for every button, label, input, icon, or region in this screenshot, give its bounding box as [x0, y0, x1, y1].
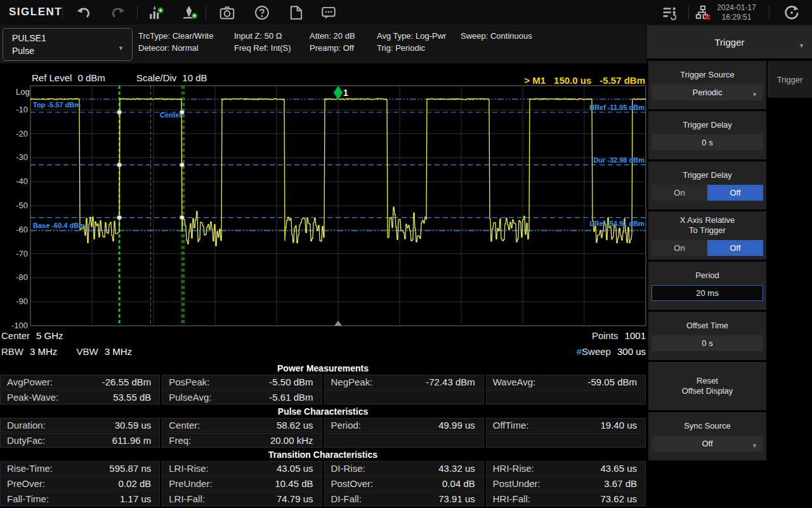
status-param-sweep: Sweep: Continuous: [461, 30, 532, 42]
side-tab-trigger[interactable]: Trigger: [768, 61, 812, 98]
status-bar: PULSE1 Pulse TrcType: Clear/WriteDetecor…: [0, 25, 647, 64]
x-axis-relative-label: X Axis RelativeTo Trigger: [680, 215, 735, 236]
refline-label-top: Top -5.57 dBm: [33, 101, 81, 109]
vbw-control[interactable]: VBW3 MHz: [77, 346, 133, 357]
file-icon[interactable]: [287, 4, 305, 22]
ref-level-label: Ref Level: [32, 72, 72, 83]
table-cell: Peak-Wave:53.55 dB: [0, 390, 160, 404]
offset-time-label: Offset Time: [686, 321, 728, 331]
table-row: AvgPower:-26.55 dBmPosPeak:-5.50 dBmNegP…: [0, 375, 646, 389]
ref-level-control[interactable]: Ref Level0 dBm: [32, 72, 105, 83]
marker-m1-diamond[interactable]: [334, 86, 343, 100]
center-annotation: Center: [160, 111, 182, 119]
period-label: Period: [695, 271, 719, 281]
marker-m1-id: 1: [343, 88, 348, 98]
refline-label-lref: LRef -54.91 dBm: [590, 220, 645, 227]
chevron-down-icon: [752, 89, 757, 98]
sync-source-label: Sync Source: [684, 421, 731, 431]
table-row: Duration:30.59 usCenter:58.62 usPeriod:4…: [0, 418, 646, 432]
add-trace-icon[interactable]: [147, 4, 165, 22]
panel-section-reset-offset-display[interactable]: ResetOffset Display: [648, 362, 766, 410]
help-icon[interactable]: [253, 4, 271, 22]
table-cell: LRI-Fall:74.79 us: [162, 491, 322, 506]
message-icon[interactable]: [320, 4, 337, 22]
table-cell: Duration:30.59 us: [0, 418, 160, 432]
lan-error-icon[interactable]: [694, 4, 712, 22]
y-tick: -20: [0, 129, 28, 138]
measurement-tables: Power MeasurementsAvgPower:-26.55 dBmPos…: [0, 362, 646, 507]
table-row: Rise-Time:595.87 nsLRI-Rise:43.05 usDI-R…: [0, 461, 646, 476]
offset-time-value[interactable]: 0 s: [652, 335, 763, 351]
chevron-down-icon: [752, 440, 757, 450]
trigger-delay-switch-label: Trigger Delay: [683, 170, 732, 180]
table-cell: OffTime:19.40 us: [486, 418, 646, 432]
marker-x-pointer: [334, 321, 342, 326]
undo-icon[interactable]: [75, 4, 93, 22]
table-cell: HRI-Fall:73.62 us: [486, 491, 646, 506]
y-tick: -30: [0, 152, 28, 162]
table-cell: PreUnder:10.45 dB: [162, 476, 322, 491]
scale-div-control[interactable]: Scale/Div10 dB: [136, 72, 207, 83]
sync-source-dropdown[interactable]: Off: [652, 436, 763, 451]
preset-icon[interactable]: [783, 4, 801, 22]
trigger-delay-switch-off[interactable]: Off: [707, 185, 763, 201]
table-row: PreOver:0.02 dBPreUnder:10.45 dBPostOver…: [0, 476, 646, 491]
panel-title-dropdown[interactable]: Trigger: [647, 25, 812, 58]
x-axis-relative-off[interactable]: Off: [707, 240, 763, 256]
table-cell: WaveAvg:-59.05 dBm: [486, 375, 646, 389]
marker-readout: > M1150.0 us-5.57 dBm: [524, 75, 645, 86]
marker-readout-name: > M1: [524, 75, 546, 86]
toolbar-separator: [769, 6, 769, 20]
status-param-trace: TrcType: Clear/WriteDetecor: Normal: [138, 30, 213, 54]
table-cell: Center:58.62 us: [162, 418, 322, 432]
mode-name: PULSE1: [12, 33, 46, 43]
scale-value: 10 dB: [182, 72, 207, 83]
trigger-delay-value[interactable]: 0 s: [652, 135, 763, 150]
x-axis-relative-on[interactable]: On: [652, 240, 707, 256]
table-cell: [486, 390, 646, 404]
panel-section-sync-source: Sync SourceOff: [648, 412, 766, 460]
panel-section-x-axis-relative: X Axis RelativeTo TriggerOnOff: [648, 211, 766, 260]
edge-crossing-dot: [117, 215, 121, 220]
table-cell: PostUnder:3.67 dB: [486, 476, 646, 491]
chevron-down-icon: [118, 41, 124, 53]
rbw-control[interactable]: RBW3 MHz: [1, 346, 57, 357]
toolbar: SIGLENT: [0, 0, 812, 25]
table-row: Fall-Time:1.17 usLRI-Fall:74.79 usDI-Fal…: [0, 491, 646, 506]
chart-footer-1: Center5 GHz Points1001: [1, 330, 646, 341]
status-param-atten: Atten: 20 dBPreamp: Off: [310, 30, 355, 54]
y-tick: -80: [0, 272, 28, 282]
points-readout[interactable]: Points1001: [592, 330, 646, 341]
sweep-time-control[interactable]: #Sweep300 us: [577, 346, 646, 357]
redo-icon[interactable]: [109, 4, 127, 22]
center-freq-control[interactable]: Center5 GHz: [1, 330, 63, 341]
y-tick: -70: [0, 249, 28, 258]
toolbar-separator: [206, 6, 206, 20]
plot-region: 1 Center Top -5.57 dBmHRef -11.05 dBmDur…: [30, 86, 646, 326]
status-param-avg: Avg Type: Log-PwrTrig: Periodic: [377, 30, 446, 54]
y-tick: -60: [0, 225, 28, 234]
trigger-delay-switch-on[interactable]: On: [652, 185, 707, 201]
panel-section-trigger-delay: Trigger Delay0 s: [648, 111, 766, 159]
y-tick: -100: [0, 321, 28, 330]
table-cell: PulseAvg:-5.61 dBm: [162, 390, 322, 404]
trigger-source-dropdown[interactable]: Periodic: [652, 84, 763, 100]
ref-level-value: 0 dBm: [77, 72, 105, 83]
refline-label-dur: Dur -32.98 dBm: [593, 156, 645, 164]
task-list-icon[interactable]: [661, 4, 679, 22]
table-cell: [324, 433, 484, 448]
screenshot-icon[interactable]: [218, 4, 236, 22]
table-row: DutyFac:611.96 mFreq:20.00 kHz: [0, 433, 646, 448]
siglent-logo: SIGLENT: [9, 6, 62, 18]
panel-section-trigger-delay-switch: Trigger DelayOnOff: [648, 161, 766, 210]
table-row: Peak-Wave:53.55 dBPulseAvg:-5.61 dBm: [0, 390, 646, 404]
marker-readout-x: 150.0 us: [554, 75, 591, 86]
table-cell: DI-Rise:43.32 us: [324, 461, 484, 476]
table-cell: [486, 433, 646, 448]
panel-title: Trigger: [715, 37, 745, 48]
time-text: 16:29:51: [713, 13, 760, 22]
panel-section-offset-time: Offset Time0 s: [648, 312, 766, 360]
period-value[interactable]: 20 ms: [652, 285, 763, 301]
measurement-mode-dropdown[interactable]: PULSE1 Pulse: [3, 28, 133, 61]
add-marker-icon[interactable]: [181, 4, 199, 22]
